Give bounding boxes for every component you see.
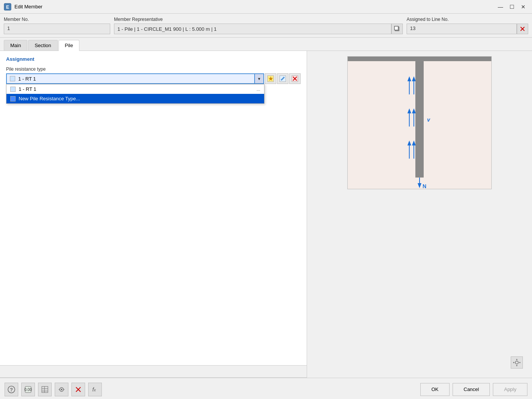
svg-marker-19 [407, 108, 411, 113]
assigned-line-input[interactable]: 13 [407, 24, 517, 34]
pile-diagram: v N [347, 56, 492, 189]
app-icon: E [4, 3, 11, 11]
tab-section[interactable]: Section [28, 40, 57, 51]
dropdown-list: 1 - RT 1 ... New Pile Resistance Type... [6, 84, 264, 104]
window-controls: — ☐ ✕ [496, 2, 528, 12]
svg-text:N: N [423, 183, 426, 189]
member-rep-row: 1 - Pile | 1 - CIRCLE_M1 900 | L : 5.000… [114, 24, 403, 34]
svg-point-32 [516, 365, 518, 366]
member-rep-field: Member Representative 1 - Pile | 1 - CIR… [114, 17, 403, 34]
delete-item-button[interactable] [289, 73, 301, 84]
assigned-line-row: 13 [407, 24, 528, 34]
svg-point-33 [513, 362, 515, 363]
pile-resistance-select[interactable]: 1 - RT 1 [6, 73, 255, 84]
help-button[interactable]: ? [5, 383, 18, 396]
maximize-button[interactable]: ☐ [507, 2, 517, 12]
diagram-settings-button[interactable] [511, 356, 523, 369]
pile-resistance-dropdown-row: 1 - RT 1 ▼ ★ [6, 73, 301, 84]
item-label-new: New Pile Resistance Type... [19, 96, 80, 101]
delete-button[interactable] [71, 383, 85, 396]
formula-button[interactable]: fx [88, 383, 102, 396]
title-bar: E Edit Member — ☐ ✕ [0, 0, 532, 14]
tab-pile[interactable]: Pile [59, 40, 80, 51]
close-button[interactable]: ✕ [518, 2, 528, 12]
assignment-title: Assignment [6, 56, 301, 62]
assigned-line-field: Assigned to Line No. 13 [407, 17, 528, 34]
assignment-section: Assignment Pile resistance type 1 - RT 1… [0, 51, 307, 89]
svg-text:v: v [427, 117, 431, 123]
window-title: Edit Member [14, 4, 496, 10]
svg-text:?: ? [10, 387, 13, 393]
values-button[interactable]: 0.00 [21, 383, 35, 396]
apply-button[interactable]: Apply [493, 383, 527, 396]
cancel-button[interactable]: Cancel [453, 383, 490, 396]
minimize-button[interactable]: — [496, 2, 505, 12]
svg-marker-21 [412, 108, 416, 113]
item-label-1: 1 - RT 1 [19, 86, 36, 92]
svg-point-30 [515, 361, 518, 364]
member-no-field: Member No. 1 [4, 17, 110, 34]
svg-marker-28 [418, 183, 421, 188]
svg-marker-24 [407, 141, 411, 146]
right-panel: v N [307, 51, 532, 378]
item-icon-1 [10, 87, 16, 92]
view-button[interactable] [55, 383, 68, 396]
member-rep-label: Member Representative [114, 17, 403, 22]
new-item-button[interactable]: ★ [265, 73, 276, 84]
svg-marker-26 [412, 141, 416, 146]
dropdown-item-new[interactable]: New Pile Resistance Type... [6, 94, 264, 103]
main-content: Assignment Pile resistance type 1 - RT 1… [0, 51, 532, 378]
member-no-label: Member No. [4, 17, 110, 22]
svg-rect-39 [42, 386, 48, 393]
svg-rect-13 [415, 61, 424, 177]
bottom-toolbar: ? 0.00 fx OK Can [0, 378, 532, 399]
item-dots-1: ... [256, 87, 260, 92]
item-icon-new [10, 96, 16, 101]
table-button[interactable] [38, 383, 52, 396]
member-rep-input[interactable]: 1 - Pile | 1 - CIRCLE_M1 900 | L : 5.000… [114, 24, 391, 34]
assigned-line-label: Assigned to Line No. [407, 17, 528, 22]
diagram-svg: v N [348, 57, 491, 189]
svg-marker-15 [407, 76, 411, 81]
svg-rect-12 [348, 57, 491, 61]
dropdown-item-1[interactable]: 1 - RT 1 ... [6, 84, 264, 94]
edit-item-button[interactable] [277, 73, 288, 84]
svg-point-44 [61, 389, 62, 390]
dropdown-selected-value: 1 - RT 1 [18, 76, 36, 82]
copy-member-rep-button[interactable] [391, 24, 403, 34]
status-bar-left [0, 365, 307, 377]
svg-point-34 [519, 362, 521, 363]
header-fields: Member No. 1 Member Representative 1 - P… [0, 14, 532, 38]
pile-resistance-type-label: Pile resistance type [6, 66, 301, 72]
svg-text:fx: fx [92, 386, 96, 393]
member-no-input[interactable]: 1 [4, 24, 110, 34]
svg-text:E: E [6, 5, 9, 10]
svg-point-31 [516, 359, 518, 360]
left-panel: Assignment Pile resistance type 1 - RT 1… [0, 51, 307, 378]
svg-text:★: ★ [268, 76, 273, 82]
tab-bar: Main Section Pile [0, 38, 532, 51]
svg-marker-17 [412, 76, 416, 81]
dropdown-arrow-icon[interactable]: ▼ [255, 73, 264, 84]
svg-rect-3 [394, 26, 398, 30]
ok-button[interactable]: OK [420, 383, 450, 396]
svg-text:0.00: 0.00 [24, 388, 32, 392]
clear-assigned-line-button[interactable] [517, 24, 528, 34]
tab-main[interactable]: Main [4, 40, 27, 51]
